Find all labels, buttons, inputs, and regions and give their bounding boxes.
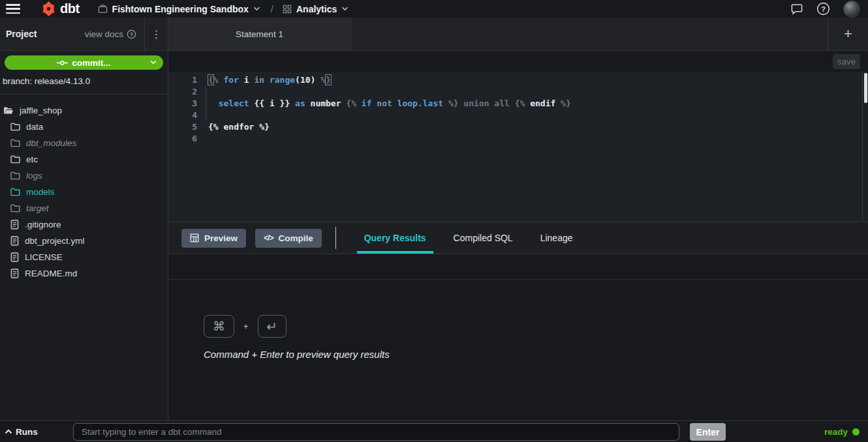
tree-item-logs[interactable]: logs (0, 168, 168, 184)
tree-item-readme-md[interactable]: README.md (0, 265, 168, 282)
commit-button-label: commit... (72, 58, 110, 68)
tree-item-label: etc (26, 155, 38, 164)
runs-label: Runs (16, 427, 38, 437)
tab-label: Statement 1 (236, 29, 283, 39)
tree-item-etc[interactable]: etc (0, 151, 168, 168)
svg-text:?: ? (130, 31, 133, 37)
preview-button-label: Preview (204, 233, 238, 243)
git-commit-icon (57, 59, 68, 66)
code-line (208, 133, 862, 145)
folder-icon (10, 171, 20, 180)
help-circle-icon: ? (127, 29, 136, 39)
scrollbar-thumb[interactable] (864, 73, 867, 103)
results-divider (168, 279, 868, 280)
dbt-command-input[interactable] (73, 423, 679, 441)
line-number: 4 (168, 110, 197, 121)
breadcrumb-separator: / (271, 3, 273, 14)
chat-icon[interactable] (790, 3, 803, 15)
account-selector[interactable]: Fishtown Engineering Sandbox (98, 4, 260, 14)
file-icon (10, 269, 19, 278)
panel-divider (335, 227, 336, 249)
file-icon (10, 220, 19, 229)
sidebar-menu-kebab-icon[interactable]: ⋮ (144, 18, 168, 50)
command-key-icon: ⌘ (204, 315, 234, 338)
new-tab-button[interactable]: + (828, 18, 868, 50)
tree-item-label: .gitignore (25, 220, 61, 229)
preview-button[interactable]: Preview (181, 229, 246, 248)
view-docs-link[interactable]: view docs ? (85, 29, 136, 39)
editor-toolbar: save (168, 51, 868, 72)
code-line (208, 86, 862, 98)
enter-button[interactable]: Enter (690, 423, 726, 441)
tab-compiled-sql[interactable]: Compiled SQL (440, 222, 527, 254)
code-line: {% for i in range(10) %} (208, 74, 862, 86)
chevron-down-icon (341, 7, 349, 11)
status-dot (852, 428, 860, 435)
folder-icon (10, 123, 20, 131)
editor-scrollbar[interactable] (862, 72, 868, 222)
compile-button[interactable]: </> Compile (255, 229, 322, 248)
tree-item-jaffle-shop[interactable]: jaffle_shop (0, 102, 168, 119)
sidebar-title: Project (6, 29, 37, 39)
line-number: 1 (168, 74, 197, 86)
table-icon (190, 233, 199, 243)
folder-icon (10, 204, 20, 213)
tree-item-label: LICENSE (25, 252, 63, 262)
tree-item-label: jaffle_shop (20, 106, 62, 115)
project-selector[interactable]: Analytics (283, 4, 349, 14)
dbt-logo-text: dbt (60, 1, 80, 16)
compile-button-label: Compile (278, 233, 313, 243)
chevron-down-icon (150, 60, 157, 65)
commit-button[interactable]: commit... (5, 55, 163, 70)
help-icon[interactable]: ? (816, 2, 830, 16)
grid-icon (283, 5, 292, 14)
status-label: ready (824, 427, 848, 437)
code-content[interactable]: {% for i in range(10) %} select {{ i }} … (197, 72, 862, 222)
tree-item-label: target (26, 203, 49, 213)
hamburger-menu-icon[interactable] (6, 4, 20, 14)
account-name: Fishtown Engineering Sandbox (112, 4, 249, 14)
file-icon (10, 252, 19, 262)
line-number: 3 (168, 98, 197, 110)
tree-item-models[interactable]: models (0, 184, 168, 200)
command-bar: Runs Enter ready (0, 420, 868, 442)
editor-tab-bar: Statement 1 + (168, 18, 868, 51)
chevron-down-icon (253, 7, 260, 11)
editor-column: Statement 1 + save 123456 {% for i in ra… (168, 18, 868, 420)
line-number-gutter: 123456 (168, 72, 197, 222)
line-number: 6 (168, 133, 197, 145)
plus-separator: + (243, 321, 249, 331)
folder-icon (10, 139, 20, 147)
tree-item-label: logs (26, 171, 42, 181)
tree-item-dbt-modules[interactable]: dbt_modules (0, 135, 168, 151)
status-indicator: ready (824, 427, 860, 437)
results-tabs: Query Results Compiled SQL Lineage (350, 222, 587, 254)
tree-item-license[interactable]: LICENSE (0, 249, 168, 265)
tree-item-label: data (26, 122, 43, 132)
indent-guide (206, 86, 206, 121)
file-icon (10, 236, 19, 246)
tree-item--gitignore[interactable]: .gitignore (0, 216, 168, 233)
tab-lineage[interactable]: Lineage (527, 222, 587, 254)
tab-query-results[interactable]: Query Results (350, 222, 440, 254)
tree-item-target[interactable]: target (0, 200, 168, 216)
tree-item-data[interactable]: data (0, 119, 168, 135)
file-tree: jaffle_shopdatadbt_modulesetclogsmodelst… (0, 95, 168, 420)
tree-item-label: dbt_project.yml (25, 236, 85, 246)
code-icon: </> (264, 233, 273, 243)
save-button[interactable]: save (833, 54, 860, 69)
tab-statement-1[interactable]: Statement 1 (168, 18, 351, 50)
tree-item-label: models (26, 187, 55, 197)
dbt-logo: dbt (40, 0, 80, 18)
line-number: 5 (168, 121, 197, 133)
return-key-icon: ↵ (258, 315, 287, 338)
runs-toggle[interactable]: Runs (5, 427, 38, 437)
code-editor[interactable]: 123456 {% for i in range(10) %} select {… (168, 72, 868, 222)
tree-item-dbt-project-yml[interactable]: dbt_project.yml (0, 233, 168, 249)
query-results-area: ⌘ + ↵ Command + Enter to preview query r… (168, 254, 868, 420)
user-avatar[interactable] (843, 1, 860, 18)
code-line: select {{ i }} as number {% if not loop.… (208, 98, 862, 110)
dbt-logo-icon (40, 0, 57, 18)
workspace: Project view docs ? ⋮ commit... bran (0, 18, 868, 420)
line-number: 2 (168, 86, 197, 98)
